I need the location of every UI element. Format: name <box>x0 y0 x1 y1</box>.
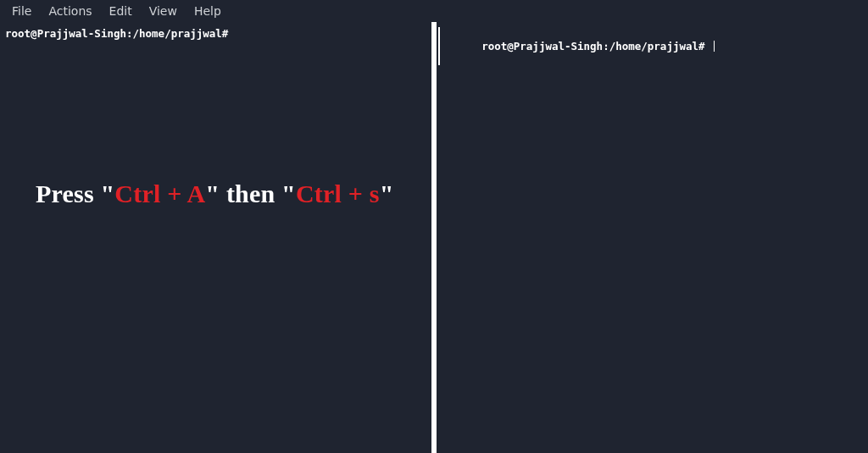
menu-view[interactable]: View <box>141 2 186 20</box>
instruction-part1: Press " <box>36 180 114 207</box>
menubar: File Actions Edit View Help <box>0 0 868 22</box>
menu-actions[interactable]: Actions <box>40 2 100 20</box>
text-cursor <box>714 41 715 52</box>
prompt-left: root@Prajjwal-Singh:/home/prajjwal# <box>0 27 431 40</box>
instruction-part3: " <box>380 180 394 207</box>
instruction-part2: " then " <box>205 180 296 207</box>
menu-file[interactable]: File <box>3 2 40 20</box>
instruction-key1: Ctrl + A <box>114 180 205 207</box>
instruction-key2: Ctrl + s <box>296 180 380 207</box>
menu-edit[interactable]: Edit <box>101 2 141 20</box>
terminal-panes: root@Prajjwal-Singh:/home/prajjwal# Pres… <box>0 22 868 453</box>
prompt-right: root@Prajjwal-Singh:/home/prajjwal# <box>438 27 868 65</box>
menu-help[interactable]: Help <box>186 2 230 20</box>
prompt-right-text: root@Prajjwal-Singh:/home/prajjwal# <box>481 40 711 52</box>
terminal-pane-left[interactable]: root@Prajjwal-Singh:/home/prajjwal# Pres… <box>0 22 431 453</box>
instruction-overlay: Press "Ctrl + A" then "Ctrl + s" <box>36 180 393 208</box>
terminal-pane-right[interactable]: root@Prajjwal-Singh:/home/prajjwal# <box>437 22 868 453</box>
